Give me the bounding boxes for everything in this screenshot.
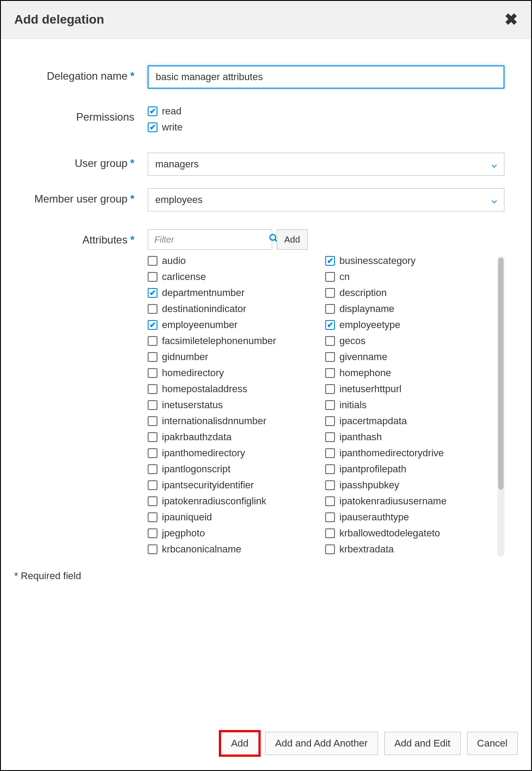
checkbox-icon[interactable] (325, 272, 335, 282)
checkbox-icon[interactable] (325, 464, 335, 474)
attribute-checkbox-ipantprofilepath[interactable]: ipantprofilepath (325, 464, 494, 474)
attribute-checkbox-ipauniqueid[interactable]: ipauniqueid (148, 512, 316, 522)
checkbox-icon[interactable] (148, 122, 157, 132)
checkbox-icon[interactable] (148, 304, 157, 314)
attribute-checkbox-cn[interactable]: cn (325, 272, 494, 282)
checkbox-icon[interactable] (148, 106, 157, 116)
attribute-checkbox-ipatokenradiususername[interactable]: ipatokenradiususername (325, 496, 494, 506)
checkbox-icon[interactable] (148, 464, 157, 474)
checkbox-icon[interactable] (148, 416, 157, 426)
attribute-checkbox-displayname[interactable]: displayname (325, 304, 494, 314)
checkbox-icon[interactable] (148, 368, 157, 378)
attribute-checkbox-krbcanonicalname[interactable]: krbcanonicalname (148, 544, 316, 554)
checkbox-icon[interactable] (325, 384, 335, 394)
checkbox-icon[interactable] (325, 544, 335, 554)
cancel-button[interactable]: Cancel (467, 732, 518, 755)
checkbox-icon[interactable] (148, 400, 157, 410)
row-delegation-name: Delegation name* (14, 65, 518, 89)
label-user-group: User group* (14, 153, 148, 170)
attribute-checkbox-ipauserauthtype[interactable]: ipauserauthtype (325, 512, 494, 522)
attribute-checkbox-gidnumber[interactable]: gidnumber (148, 352, 316, 362)
attribute-checkbox-krballowedtodelegateto[interactable]: krballowedtodelegateto (325, 528, 494, 538)
add-button[interactable]: Add (221, 732, 258, 755)
checkbox-icon[interactable] (325, 368, 335, 378)
attribute-checkbox-ipanthomedirectorydrive[interactable]: ipanthomedirectorydrive (325, 448, 494, 458)
attribute-checkbox-audio[interactable]: audio (148, 256, 316, 266)
attribute-checkbox-carlicense[interactable]: carlicense (148, 272, 316, 282)
attribute-checkbox-ipakrbauthzdata[interactable]: ipakrbauthzdata (148, 432, 316, 442)
permission-checkbox-read[interactable]: read (148, 106, 504, 116)
checkbox-icon[interactable] (148, 448, 157, 458)
add-and-add-another-button[interactable]: Add and Add Another (265, 732, 378, 755)
checkbox-icon[interactable] (325, 288, 335, 298)
checkbox-icon[interactable] (325, 512, 335, 522)
checkbox-icon[interactable] (325, 256, 335, 266)
attribute-filter[interactable] (148, 229, 272, 250)
checkbox-icon[interactable] (148, 480, 157, 490)
checkbox-icon[interactable] (325, 304, 335, 314)
attribute-add-button[interactable]: Add (277, 229, 308, 250)
checkbox-icon[interactable] (148, 256, 157, 266)
checkbox-icon[interactable] (148, 320, 157, 330)
checkbox-icon[interactable] (148, 432, 157, 442)
checkbox-icon[interactable] (148, 528, 157, 538)
attribute-checkbox-inetuserhttpurl[interactable]: inetuserhttpurl (325, 384, 494, 394)
checkbox-icon[interactable] (148, 496, 157, 506)
attribute-checkbox-ipanthash[interactable]: ipanthash (325, 432, 494, 442)
attribute-checkbox-destinationindicator[interactable]: destinationindicator (148, 304, 316, 314)
attribute-checkbox-employeenumber[interactable]: employeenumber (148, 320, 316, 330)
checkbox-icon[interactable] (325, 416, 335, 426)
required-asterisk: * (130, 70, 134, 82)
attribute-checkbox-ipantlogonscript[interactable]: ipantlogonscript (148, 464, 316, 474)
checkbox-icon[interactable] (325, 352, 335, 362)
attribute-scrollbar[interactable] (497, 256, 504, 557)
checkbox-icon[interactable] (325, 336, 335, 346)
attribute-checkbox-initials[interactable]: initials (325, 400, 494, 410)
permission-checkbox-write[interactable]: write (148, 122, 504, 132)
attribute-checkbox-businesscategory[interactable]: businesscategory (325, 256, 494, 266)
checkbox-label: ipanthash (339, 432, 382, 442)
attribute-checkbox-homedirectory[interactable]: homedirectory (148, 368, 316, 378)
attribute-checkbox-gecos[interactable]: gecos (325, 336, 494, 346)
member-user-group-select[interactable]: employees ⌵ (148, 188, 504, 211)
checkbox-icon[interactable] (325, 496, 335, 506)
attribute-checkbox-facsimiletelephonenumber[interactable]: facsimiletelephonenumber (148, 336, 316, 346)
checkbox-icon[interactable] (325, 480, 335, 490)
attribute-checkbox-krbextradata[interactable]: krbextradata (325, 544, 494, 554)
attribute-checkbox-departmentnumber[interactable]: departmentnumber (148, 288, 316, 298)
checkbox-icon[interactable] (148, 288, 157, 298)
checkbox-icon[interactable] (148, 272, 157, 282)
checkbox-icon[interactable] (148, 336, 157, 346)
scroll-thumb[interactable] (498, 258, 504, 490)
attribute-checkbox-internationalisdnnumber[interactable]: internationalisdnnumber (148, 416, 316, 426)
delegation-name-input[interactable] (148, 65, 504, 89)
attribute-checkbox-ipatokenradiusconfiglink[interactable]: ipatokenradiusconfiglink (148, 496, 316, 506)
close-icon[interactable]: ✖ (504, 12, 518, 28)
checkbox-icon[interactable] (325, 400, 335, 410)
attribute-checkbox-homepostaladdress[interactable]: homepostaladdress (148, 384, 316, 394)
field-attributes: Add audiocarlicensedepartmentnumberdesti… (148, 229, 518, 557)
row-permissions: Permissions readwrite (14, 106, 518, 135)
attribute-checkbox-ipacertmapdata[interactable]: ipacertmapdata (325, 416, 494, 426)
checkbox-icon[interactable] (325, 320, 335, 330)
checkbox-icon[interactable] (148, 544, 157, 554)
attribute-checkbox-givenname[interactable]: givenname (325, 352, 494, 362)
attribute-checkbox-description[interactable]: description (325, 288, 494, 298)
checkbox-icon[interactable] (325, 528, 335, 538)
checkbox-icon[interactable] (148, 352, 157, 362)
checkbox-icon[interactable] (325, 448, 335, 458)
checkbox-icon[interactable] (148, 512, 157, 522)
attribute-filter-input[interactable] (153, 234, 269, 245)
attribute-checkbox-homephone[interactable]: homephone (325, 368, 494, 378)
attribute-checkbox-ipanthomedirectory[interactable]: ipanthomedirectory (148, 448, 316, 458)
attribute-checkbox-employeetype[interactable]: employeetype (325, 320, 494, 330)
user-group-select[interactable]: managers ⌵ (148, 153, 504, 176)
add-and-edit-button[interactable]: Add and Edit (384, 732, 461, 755)
attribute-checkbox-inetuserstatus[interactable]: inetuserstatus (148, 400, 316, 410)
checkbox-icon[interactable] (325, 432, 335, 442)
checkbox-icon[interactable] (148, 384, 157, 394)
attribute-checkbox-jpegphoto[interactable]: jpegphoto (148, 528, 316, 538)
checkbox-label: write (162, 122, 182, 132)
attribute-checkbox-ipasshpubkey[interactable]: ipasshpubkey (325, 480, 494, 490)
attribute-checkbox-ipantsecurityidentifier[interactable]: ipantsecurityidentifier (148, 480, 316, 490)
